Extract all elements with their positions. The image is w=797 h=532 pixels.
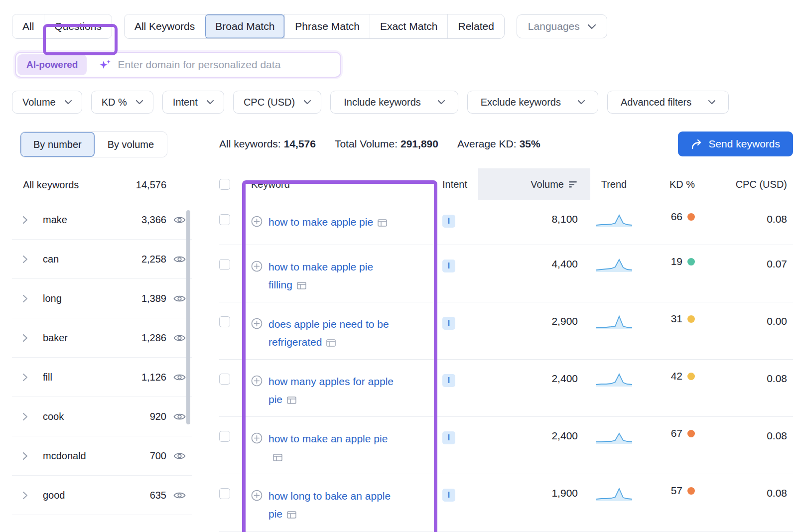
group-count: 1,126 xyxy=(141,372,166,383)
keyword-magic-tool-page: All Questions All Keywords Broad Match P… xyxy=(0,14,797,532)
row-checkbox[interactable] xyxy=(219,374,230,385)
tab-broad-match[interactable]: Broad Match xyxy=(205,14,284,38)
chevron-right-icon xyxy=(23,295,43,302)
keyword-link[interactable]: how to make apple pie xyxy=(268,216,373,228)
tab-related[interactable]: Related xyxy=(447,14,504,38)
match-type-tab-bar: All Questions All Keywords Broad Match P… xyxy=(12,14,797,39)
group-row-fill[interactable]: fill 1,126 xyxy=(12,358,192,397)
filter-exclude-keywords[interactable]: Exclude keywords xyxy=(467,91,598,114)
intent-badge[interactable]: I xyxy=(442,260,455,272)
select-all-checkbox[interactable] xyxy=(219,179,230,190)
keywords-table-panel: All keywords:14,576 Total Volume:291,890… xyxy=(204,132,797,532)
kd-value: 31 xyxy=(671,313,682,325)
row-checkbox[interactable] xyxy=(219,431,230,442)
group-list-header[interactable]: All keywords 14,576 xyxy=(12,170,192,200)
volume-value: 4,400 xyxy=(478,245,590,270)
intent-badge[interactable]: I xyxy=(442,431,455,444)
serp-features-icon[interactable] xyxy=(297,282,306,289)
intent-badge[interactable]: I xyxy=(442,317,455,330)
serp-features-icon[interactable] xyxy=(326,339,336,347)
table-row: does apple pie need to be refrigerated I… xyxy=(219,302,793,360)
kd-dot xyxy=(687,315,695,323)
filter-advanced[interactable]: Advanced filters xyxy=(607,91,729,114)
kd-value: 67 xyxy=(671,427,682,439)
group-row-cook[interactable]: cook 920 xyxy=(12,397,192,436)
tab-exact-match[interactable]: Exact Match xyxy=(370,14,448,38)
group-count: 635 xyxy=(150,490,166,501)
row-checkbox[interactable] xyxy=(219,214,230,225)
chevron-right-icon xyxy=(23,492,43,499)
add-keyword-icon[interactable] xyxy=(251,432,263,444)
stat-all-keywords: All keywords:14,576 xyxy=(219,138,316,150)
table-header-row: Keyword Intent Volume Trend KD % CPC (US… xyxy=(219,168,793,200)
group-row-baker[interactable]: baker 1,286 xyxy=(12,318,192,358)
question-tabs-group: All Questions xyxy=(12,14,112,39)
kd-dot xyxy=(687,373,695,380)
intent-badge[interactable]: I xyxy=(442,215,455,228)
send-keywords-button[interactable]: Send keywords xyxy=(678,132,793,156)
group-count: 2,258 xyxy=(141,254,166,265)
group-row-mcdonald[interactable]: mcdonald 700 xyxy=(12,436,192,476)
summary-bar: All keywords:14,576 Total Volume:291,890… xyxy=(219,132,793,156)
toggle-by-number[interactable]: By number xyxy=(20,132,95,157)
add-keyword-icon[interactable] xyxy=(251,318,263,329)
keyword-group-list: All keywords 14,576 make 3,366 can 2,258 xyxy=(12,170,192,515)
tab-phrase-match[interactable]: Phrase Match xyxy=(284,14,370,38)
ai-domain-bar: AI-powered xyxy=(15,52,797,78)
header-volume[interactable]: Volume xyxy=(478,168,590,200)
filter-cpc[interactable]: CPC (USD) xyxy=(233,91,321,114)
filter-kd[interactable]: KD % xyxy=(91,91,153,114)
chevron-down-icon xyxy=(438,100,445,104)
tab-all-keywords[interactable]: All Keywords xyxy=(125,14,205,38)
serp-features-icon[interactable] xyxy=(273,454,282,461)
filter-volume[interactable]: Volume xyxy=(12,91,82,114)
chevron-down-icon xyxy=(304,100,311,104)
group-count: 700 xyxy=(150,450,166,462)
chevron-down-icon xyxy=(708,100,715,104)
volume-value: 2,400 xyxy=(478,360,590,385)
group-label: cook xyxy=(43,411,150,422)
add-keyword-icon[interactable] xyxy=(251,216,263,227)
filter-include-keywords[interactable]: Include keywords xyxy=(330,91,458,114)
toggle-by-volume[interactable]: By volume xyxy=(95,132,167,157)
table-row: how long to bake an apple pie I 1,900 57… xyxy=(219,474,793,532)
eye-icon[interactable] xyxy=(166,452,192,460)
group-row-make[interactable]: make 3,366 xyxy=(12,200,192,240)
keyword-link[interactable]: how to make an apple pie xyxy=(268,433,388,444)
kd-dot xyxy=(687,430,695,437)
tab-all[interactable]: All xyxy=(12,14,44,38)
table-row: how many apples for apple pie I 2,400 42… xyxy=(219,360,793,417)
cpc-value: 0.08 xyxy=(702,200,797,225)
group-row-can[interactable]: can 2,258 xyxy=(12,240,192,279)
serp-features-icon[interactable] xyxy=(378,219,387,227)
table-row: how to make apple pie filling I 4,400 19… xyxy=(219,245,793,302)
row-checkbox[interactable] xyxy=(219,488,230,499)
sidebar-scrollbar[interactable] xyxy=(186,210,190,424)
add-keyword-icon[interactable] xyxy=(251,490,263,501)
cpc-value: 0.08 xyxy=(702,360,797,385)
trend-sparkline xyxy=(590,245,638,272)
group-row-long[interactable]: long 1,389 xyxy=(12,279,192,318)
keyword-link[interactable]: how to make apple pie filling xyxy=(268,261,373,290)
domain-input[interactable] xyxy=(118,55,332,75)
serp-features-icon[interactable] xyxy=(287,511,296,519)
intent-badge[interactable]: I xyxy=(442,374,455,387)
intent-badge[interactable]: I xyxy=(442,489,455,502)
kd-value: 57 xyxy=(671,485,682,497)
eye-icon[interactable] xyxy=(166,491,192,500)
row-checkbox[interactable] xyxy=(219,259,230,270)
row-checkbox[interactable] xyxy=(219,316,230,327)
serp-features-icon[interactable] xyxy=(287,397,296,404)
stat-total-volume: Total Volume:291,890 xyxy=(335,138,438,150)
table-row: how to make an apple pie I 2,400 67 0.08 xyxy=(219,417,793,474)
chevron-right-icon xyxy=(23,256,43,263)
add-keyword-icon[interactable] xyxy=(251,375,263,387)
group-row-good[interactable]: good 635 xyxy=(12,476,192,515)
header-trend: Trend xyxy=(590,168,638,200)
languages-dropdown[interactable]: Languages xyxy=(517,14,607,38)
filter-intent[interactable]: Intent xyxy=(162,91,224,114)
tab-questions[interactable]: Questions xyxy=(44,14,112,38)
languages-label: Languages xyxy=(528,20,580,32)
group-label: can xyxy=(43,254,141,265)
add-keyword-icon[interactable] xyxy=(251,261,263,272)
